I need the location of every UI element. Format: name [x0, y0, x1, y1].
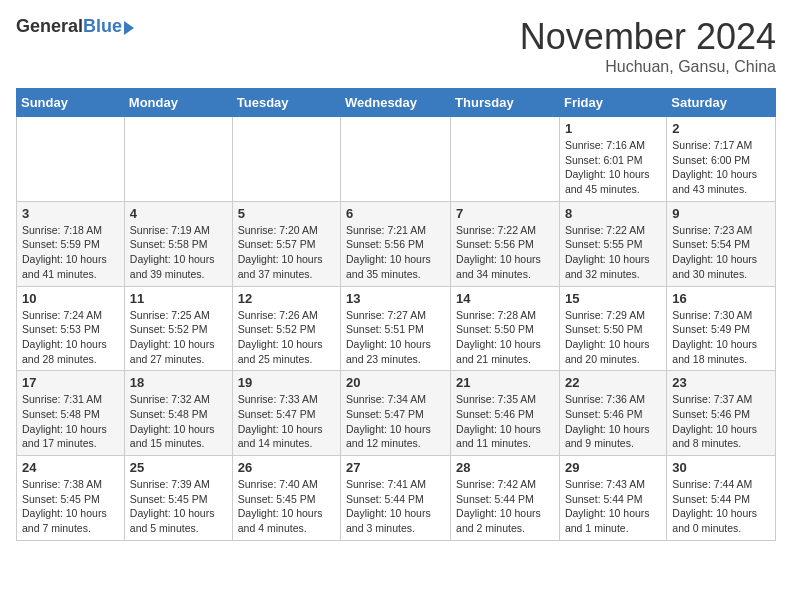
- day-info: Sunrise: 7:31 AM Sunset: 5:48 PM Dayligh…: [22, 392, 119, 451]
- calendar-cell: 16Sunrise: 7:30 AM Sunset: 5:49 PM Dayli…: [667, 286, 776, 371]
- day-number: 16: [672, 291, 770, 306]
- calendar-cell: 8Sunrise: 7:22 AM Sunset: 5:55 PM Daylig…: [559, 201, 666, 286]
- day-info: Sunrise: 7:26 AM Sunset: 5:52 PM Dayligh…: [238, 308, 335, 367]
- day-number: 18: [130, 375, 227, 390]
- day-info: Sunrise: 7:44 AM Sunset: 5:44 PM Dayligh…: [672, 477, 770, 536]
- column-header-saturday: Saturday: [667, 89, 776, 117]
- day-info: Sunrise: 7:22 AM Sunset: 5:55 PM Dayligh…: [565, 223, 661, 282]
- day-number: 30: [672, 460, 770, 475]
- day-number: 12: [238, 291, 335, 306]
- calendar-cell: 22Sunrise: 7:36 AM Sunset: 5:46 PM Dayli…: [559, 371, 666, 456]
- day-info: Sunrise: 7:35 AM Sunset: 5:46 PM Dayligh…: [456, 392, 554, 451]
- day-info: Sunrise: 7:33 AM Sunset: 5:47 PM Dayligh…: [238, 392, 335, 451]
- day-info: Sunrise: 7:18 AM Sunset: 5:59 PM Dayligh…: [22, 223, 119, 282]
- day-info: Sunrise: 7:39 AM Sunset: 5:45 PM Dayligh…: [130, 477, 227, 536]
- calendar-cell: 17Sunrise: 7:31 AM Sunset: 5:48 PM Dayli…: [17, 371, 125, 456]
- day-number: 5: [238, 206, 335, 221]
- logo: General Blue: [16, 16, 134, 37]
- calendar-header: SundayMondayTuesdayWednesdayThursdayFrid…: [17, 89, 776, 117]
- calendar-cell: [124, 117, 232, 202]
- calendar-cell: 2Sunrise: 7:17 AM Sunset: 6:00 PM Daylig…: [667, 117, 776, 202]
- day-number: 13: [346, 291, 445, 306]
- calendar-cell: [451, 117, 560, 202]
- calendar-cell: 9Sunrise: 7:23 AM Sunset: 5:54 PM Daylig…: [667, 201, 776, 286]
- day-number: 22: [565, 375, 661, 390]
- day-info: Sunrise: 7:36 AM Sunset: 5:46 PM Dayligh…: [565, 392, 661, 451]
- calendar-body: 1Sunrise: 7:16 AM Sunset: 6:01 PM Daylig…: [17, 117, 776, 541]
- day-info: Sunrise: 7:29 AM Sunset: 5:50 PM Dayligh…: [565, 308, 661, 367]
- calendar-cell: 20Sunrise: 7:34 AM Sunset: 5:47 PM Dayli…: [341, 371, 451, 456]
- page-header: General Blue November 2024 Huchuan, Gans…: [16, 16, 776, 76]
- calendar-cell: 11Sunrise: 7:25 AM Sunset: 5:52 PM Dayli…: [124, 286, 232, 371]
- day-info: Sunrise: 7:30 AM Sunset: 5:49 PM Dayligh…: [672, 308, 770, 367]
- day-number: 4: [130, 206, 227, 221]
- calendar-cell: 24Sunrise: 7:38 AM Sunset: 5:45 PM Dayli…: [17, 456, 125, 541]
- calendar-cell: 23Sunrise: 7:37 AM Sunset: 5:46 PM Dayli…: [667, 371, 776, 456]
- day-number: 3: [22, 206, 119, 221]
- day-number: 8: [565, 206, 661, 221]
- calendar-cell: 7Sunrise: 7:22 AM Sunset: 5:56 PM Daylig…: [451, 201, 560, 286]
- calendar-cell: 29Sunrise: 7:43 AM Sunset: 5:44 PM Dayli…: [559, 456, 666, 541]
- calendar-cell: 18Sunrise: 7:32 AM Sunset: 5:48 PM Dayli…: [124, 371, 232, 456]
- day-number: 2: [672, 121, 770, 136]
- day-info: Sunrise: 7:20 AM Sunset: 5:57 PM Dayligh…: [238, 223, 335, 282]
- calendar-cell: 28Sunrise: 7:42 AM Sunset: 5:44 PM Dayli…: [451, 456, 560, 541]
- day-info: Sunrise: 7:40 AM Sunset: 5:45 PM Dayligh…: [238, 477, 335, 536]
- day-info: Sunrise: 7:38 AM Sunset: 5:45 PM Dayligh…: [22, 477, 119, 536]
- day-info: Sunrise: 7:24 AM Sunset: 5:53 PM Dayligh…: [22, 308, 119, 367]
- day-info: Sunrise: 7:23 AM Sunset: 5:54 PM Dayligh…: [672, 223, 770, 282]
- day-number: 21: [456, 375, 554, 390]
- logo-general-text: General: [16, 16, 83, 37]
- day-number: 26: [238, 460, 335, 475]
- day-info: Sunrise: 7:17 AM Sunset: 6:00 PM Dayligh…: [672, 138, 770, 197]
- calendar-cell: 13Sunrise: 7:27 AM Sunset: 5:51 PM Dayli…: [341, 286, 451, 371]
- column-header-wednesday: Wednesday: [341, 89, 451, 117]
- day-info: Sunrise: 7:42 AM Sunset: 5:44 PM Dayligh…: [456, 477, 554, 536]
- calendar-cell: 3Sunrise: 7:18 AM Sunset: 5:59 PM Daylig…: [17, 201, 125, 286]
- calendar-cell: 30Sunrise: 7:44 AM Sunset: 5:44 PM Dayli…: [667, 456, 776, 541]
- logo-blue-text: Blue: [83, 16, 122, 37]
- day-info: Sunrise: 7:32 AM Sunset: 5:48 PM Dayligh…: [130, 392, 227, 451]
- calendar-cell: 6Sunrise: 7:21 AM Sunset: 5:56 PM Daylig…: [341, 201, 451, 286]
- logo-arrow-icon: [124, 21, 134, 35]
- day-number: 27: [346, 460, 445, 475]
- calendar-cell: 4Sunrise: 7:19 AM Sunset: 5:58 PM Daylig…: [124, 201, 232, 286]
- day-number: 17: [22, 375, 119, 390]
- day-info: Sunrise: 7:27 AM Sunset: 5:51 PM Dayligh…: [346, 308, 445, 367]
- column-header-thursday: Thursday: [451, 89, 560, 117]
- calendar-cell: 15Sunrise: 7:29 AM Sunset: 5:50 PM Dayli…: [559, 286, 666, 371]
- header-row: SundayMondayTuesdayWednesdayThursdayFrid…: [17, 89, 776, 117]
- day-info: Sunrise: 7:41 AM Sunset: 5:44 PM Dayligh…: [346, 477, 445, 536]
- calendar-cell: 5Sunrise: 7:20 AM Sunset: 5:57 PM Daylig…: [232, 201, 340, 286]
- calendar-cell: [341, 117, 451, 202]
- week-row-2: 3Sunrise: 7:18 AM Sunset: 5:59 PM Daylig…: [17, 201, 776, 286]
- location-subtitle: Huchuan, Gansu, China: [520, 58, 776, 76]
- day-number: 15: [565, 291, 661, 306]
- calendar-cell: 27Sunrise: 7:41 AM Sunset: 5:44 PM Dayli…: [341, 456, 451, 541]
- day-number: 23: [672, 375, 770, 390]
- day-number: 6: [346, 206, 445, 221]
- calendar-cell: 14Sunrise: 7:28 AM Sunset: 5:50 PM Dayli…: [451, 286, 560, 371]
- calendar-cell: 26Sunrise: 7:40 AM Sunset: 5:45 PM Dayli…: [232, 456, 340, 541]
- calendar-table: SundayMondayTuesdayWednesdayThursdayFrid…: [16, 88, 776, 541]
- day-number: 29: [565, 460, 661, 475]
- day-info: Sunrise: 7:22 AM Sunset: 5:56 PM Dayligh…: [456, 223, 554, 282]
- month-title: November 2024: [520, 16, 776, 58]
- week-row-4: 17Sunrise: 7:31 AM Sunset: 5:48 PM Dayli…: [17, 371, 776, 456]
- week-row-5: 24Sunrise: 7:38 AM Sunset: 5:45 PM Dayli…: [17, 456, 776, 541]
- day-info: Sunrise: 7:34 AM Sunset: 5:47 PM Dayligh…: [346, 392, 445, 451]
- column-header-tuesday: Tuesday: [232, 89, 340, 117]
- day-number: 14: [456, 291, 554, 306]
- day-number: 11: [130, 291, 227, 306]
- day-info: Sunrise: 7:16 AM Sunset: 6:01 PM Dayligh…: [565, 138, 661, 197]
- column-header-monday: Monday: [124, 89, 232, 117]
- calendar-cell: 12Sunrise: 7:26 AM Sunset: 5:52 PM Dayli…: [232, 286, 340, 371]
- column-header-sunday: Sunday: [17, 89, 125, 117]
- day-info: Sunrise: 7:43 AM Sunset: 5:44 PM Dayligh…: [565, 477, 661, 536]
- calendar-cell: 19Sunrise: 7:33 AM Sunset: 5:47 PM Dayli…: [232, 371, 340, 456]
- calendar-cell: 1Sunrise: 7:16 AM Sunset: 6:01 PM Daylig…: [559, 117, 666, 202]
- day-info: Sunrise: 7:28 AM Sunset: 5:50 PM Dayligh…: [456, 308, 554, 367]
- day-number: 7: [456, 206, 554, 221]
- day-number: 25: [130, 460, 227, 475]
- day-number: 1: [565, 121, 661, 136]
